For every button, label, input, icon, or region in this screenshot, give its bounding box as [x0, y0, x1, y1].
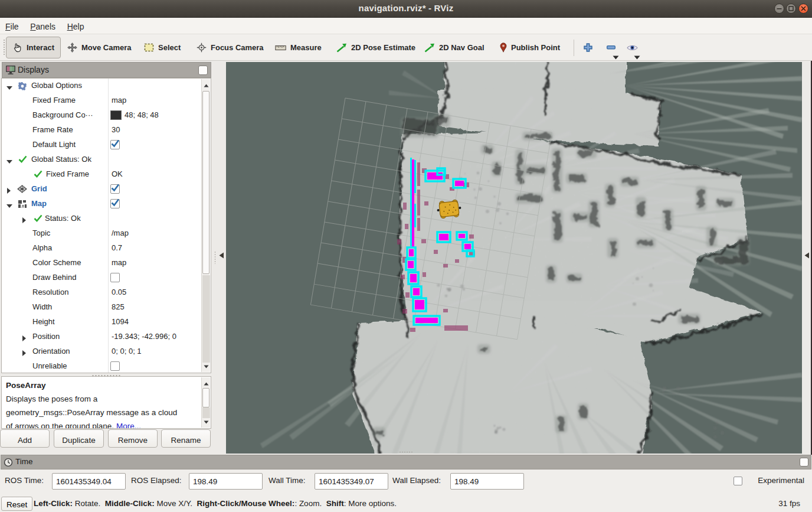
minimize-button[interactable] — [774, 4, 784, 14]
displays-float-button[interactable] — [198, 66, 208, 75]
remove-tool-button[interactable] — [604, 37, 617, 58]
scroll-down-icon[interactable] — [202, 361, 210, 371]
tree-row[interactable]: Height1094 — [2, 315, 211, 330]
tree-row[interactable]: Frame Rate30 — [2, 123, 211, 138]
tree-row[interactable]: Grid — [2, 182, 211, 197]
description-scrollbar-thumb[interactable] — [202, 388, 209, 407]
property-label[interactable]: Fixed Frame — [46, 169, 89, 178]
dropdown-arrow-icon[interactable] — [634, 53, 640, 61]
tree-scrollbar-thumb[interactable] — [202, 91, 209, 274]
property-label[interactable]: Status: Ok — [45, 214, 81, 223]
property-label[interactable]: Frame Rate — [32, 125, 73, 134]
tree-row[interactable]: Draw Behind — [2, 270, 211, 285]
property-label[interactable]: Resolution — [32, 288, 68, 296]
property-label[interactable]: Grid — [31, 184, 47, 193]
left-dock-splitter[interactable] — [212, 61, 226, 455]
expand-arrow-icon[interactable] — [6, 201, 12, 210]
dropdown-arrow-icon[interactable] — [613, 53, 619, 61]
displays-tree[interactable]: Global Options Fixed Framemap Background… — [1, 78, 211, 373]
right-dock-splitter[interactable] — [802, 61, 811, 455]
reset-button[interactable]: Reset — [1, 497, 32, 511]
property-label[interactable]: Map — [31, 199, 47, 208]
tool-move-camera[interactable]: Move Camera — [61, 37, 137, 58]
property-label[interactable]: Topic — [32, 229, 50, 237]
property-label[interactable]: Draw Behind — [32, 273, 76, 282]
property-value[interactable]: /map — [112, 229, 129, 237]
displays-panel-header[interactable]: Displays — [2, 62, 211, 78]
tool-focus-camera[interactable]: Focus Camera — [191, 37, 270, 58]
collapse-arrow-icon[interactable] — [22, 216, 27, 225]
tree-row[interactable]: Width825 — [2, 300, 211, 315]
tree-scrollbar-trough[interactable] — [202, 275, 210, 363]
property-value[interactable]: 825 — [112, 302, 125, 311]
experimental-checkbox[interactable] — [734, 477, 742, 485]
tool-2d-pose-estimate[interactable]: 2D Pose Estimate — [330, 37, 421, 58]
wall-elapsed-input[interactable] — [450, 473, 524, 490]
property-checkbox[interactable] — [110, 184, 120, 194]
titlebar[interactable]: navigation.rviz* - RViz — [0, 0, 812, 18]
wall-time-input[interactable] — [315, 473, 388, 490]
remove-button[interactable]: Remove — [108, 429, 158, 448]
property-value[interactable]: 1094 — [112, 317, 129, 326]
tree-row[interactable]: Map — [2, 197, 211, 211]
property-value[interactable]: 48; 48; 48 — [125, 110, 159, 119]
property-value[interactable]: 0; 0; 0; 1 — [112, 347, 142, 356]
property-label[interactable]: Alpha — [32, 243, 52, 252]
tree-row[interactable]: Unreliable — [2, 359, 211, 373]
description-more-link[interactable]: More... — [116, 422, 141, 429]
3d-viewport[interactable] — [226, 62, 802, 454]
rename-button[interactable]: Rename — [161, 429, 211, 448]
maximize-button[interactable] — [786, 4, 796, 14]
property-label[interactable]: Fixed Frame — [32, 96, 76, 105]
time-float-button[interactable] — [800, 458, 808, 467]
collapse-panel-arrow-icon[interactable] — [219, 252, 224, 260]
tool-interact[interactable]: Interact — [6, 37, 61, 58]
property-label[interactable]: Global Options — [31, 81, 82, 90]
tool-measure[interactable]: Measure — [269, 37, 328, 58]
tool-publish-point[interactable]: Publish Point — [494, 37, 566, 58]
property-label[interactable]: Position — [32, 332, 60, 341]
collapse-arrow-icon[interactable] — [22, 349, 27, 358]
property-value[interactable]: 30 — [112, 125, 120, 134]
property-label[interactable]: Width — [32, 302, 52, 311]
menu-help[interactable]: Help — [63, 21, 89, 32]
add-button[interactable]: Add — [0, 429, 50, 448]
scroll-up-icon[interactable] — [202, 379, 210, 388]
toolbar-drag-handle[interactable] — [3, 39, 5, 56]
tree-row[interactable]: Status: Ok — [2, 211, 211, 226]
tree-row[interactable]: Background Co···48; 48; 48 — [2, 108, 211, 123]
collapse-panel-arrow-icon[interactable] — [804, 252, 810, 260]
ros-elapsed-input[interactable] — [189, 473, 263, 490]
tree-row[interactable]: Orientation0; 0; 0; 1 — [2, 344, 211, 359]
property-value[interactable]: 0.7 — [112, 243, 122, 252]
property-value[interactable]: map — [112, 96, 126, 105]
property-label[interactable]: Unreliable — [32, 361, 67, 370]
tool-2d-nav-goal[interactable]: 2D Nav Goal — [418, 37, 490, 58]
property-label[interactable]: Orientation — [32, 347, 70, 356]
tool-select[interactable]: Select — [138, 37, 186, 58]
tree-row[interactable]: Global Status: Ok — [2, 152, 211, 167]
property-checkbox[interactable] — [110, 361, 120, 371]
tree-row[interactable]: Default Light — [2, 138, 211, 152]
description-scrollbar[interactable] — [201, 377, 210, 428]
tree-row[interactable]: Fixed FrameOK — [2, 167, 211, 182]
duplicate-button[interactable]: Duplicate — [54, 429, 104, 448]
menu-file[interactable]: File — [1, 21, 24, 32]
tree-row[interactable]: Alpha0.7 — [2, 241, 211, 256]
ros-time-input[interactable] — [52, 473, 126, 490]
tree-row[interactable]: Fixed Framemap — [2, 93, 211, 108]
property-label[interactable]: Global Status: Ok — [31, 155, 91, 164]
tree-row[interactable]: Topic/map — [2, 226, 211, 241]
tree-row[interactable]: Global Options — [2, 79, 211, 93]
tool-properties-button[interactable] — [626, 37, 639, 58]
time-panel-header[interactable]: Time — [1, 455, 811, 469]
property-checkbox[interactable] — [110, 140, 120, 149]
menu-panels[interactable]: Panels — [25, 21, 60, 32]
property-value[interactable]: OK — [112, 169, 123, 178]
close-button[interactable] — [798, 4, 808, 14]
expand-arrow-icon[interactable] — [6, 83, 12, 92]
property-checkbox[interactable] — [110, 199, 120, 208]
tree-row[interactable]: Color Schememap — [2, 256, 211, 270]
tree-scrollbar[interactable] — [201, 79, 210, 372]
collapse-arrow-icon[interactable] — [6, 187, 11, 195]
